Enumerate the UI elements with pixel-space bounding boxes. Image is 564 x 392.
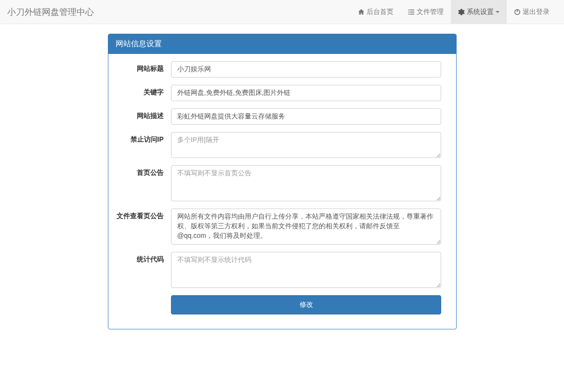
svg-rect-0 xyxy=(408,9,410,10)
form-group-description: 网站描述 xyxy=(116,108,449,125)
form-group-block-ip: 禁止访问IP xyxy=(116,132,449,158)
nav-link-home[interactable]: 后台首页 xyxy=(351,0,401,24)
svg-rect-3 xyxy=(410,12,414,13)
stats-code-textarea[interactable] xyxy=(171,252,442,288)
navbar-brand: 小刀外链网盘管理中心 xyxy=(7,6,94,18)
block-ip-textarea[interactable] xyxy=(171,132,442,158)
svg-rect-4 xyxy=(408,13,410,14)
block-ip-label: 禁止访问IP xyxy=(116,132,171,158)
file-page-notice-label: 文件查看页公告 xyxy=(116,209,171,245)
form-group-stats-code: 统计代码 xyxy=(116,252,449,288)
form-group-home-notice: 首页公告 xyxy=(116,165,449,201)
stats-code-label: 统计代码 xyxy=(116,252,171,288)
nav-label: 文件管理 xyxy=(417,8,444,16)
settings-panel: 网站信息设置 网站标题 关键字 网站描述 禁止 xyxy=(108,34,457,329)
chevron-down-icon xyxy=(496,11,499,13)
site-title-input[interactable] xyxy=(171,61,442,78)
svg-rect-2 xyxy=(408,12,410,13)
nav-item-settings: 系统设置 xyxy=(451,0,507,24)
home-icon xyxy=(358,9,365,15)
gear-icon xyxy=(458,9,465,15)
svg-rect-1 xyxy=(410,9,414,10)
form-group-keywords: 关键字 xyxy=(116,85,449,101)
file-page-notice-textarea[interactable] xyxy=(171,209,442,245)
keywords-label: 关键字 xyxy=(116,85,171,101)
nav-link-settings[interactable]: 系统设置 xyxy=(451,0,507,24)
home-notice-textarea[interactable] xyxy=(171,165,442,201)
nav-item-files: 文件管理 xyxy=(401,0,451,24)
form-group-file-page-notice: 文件查看页公告 xyxy=(116,209,449,245)
nav-label: 退出登录 xyxy=(523,8,550,16)
nav-link-logout[interactable]: 退出登录 xyxy=(507,0,557,24)
submit-button[interactable]: 修改 xyxy=(171,295,442,314)
panel-title: 网站信息设置 xyxy=(108,34,456,54)
navbar-nav: 后台首页 文件管理 系统设置 xyxy=(351,0,557,24)
nav-link-files[interactable]: 文件管理 xyxy=(401,0,451,24)
navbar: 小刀外链网盘管理中心 后台首页 文件管理 系统设置 xyxy=(0,0,564,24)
main-container: 网站信息设置 网站标题 关键字 网站描述 禁止 xyxy=(49,34,516,329)
home-notice-label: 首页公告 xyxy=(116,165,171,201)
power-icon xyxy=(514,9,521,15)
nav-label: 后台首页 xyxy=(367,8,393,16)
description-label: 网站描述 xyxy=(116,108,171,125)
nav-item-home: 后台首页 xyxy=(351,0,401,24)
site-title-label: 网站标题 xyxy=(116,61,171,78)
list-icon xyxy=(408,9,415,15)
panel-body: 网站标题 关键字 网站描述 禁止访问IP xyxy=(108,54,456,329)
nav-label: 系统设置 xyxy=(467,8,494,16)
nav-item-logout: 退出登录 xyxy=(507,0,557,24)
form-group-submit: 修改 xyxy=(116,295,449,314)
description-input[interactable] xyxy=(171,108,442,125)
form-group-site-title: 网站标题 xyxy=(116,61,449,78)
svg-rect-5 xyxy=(410,13,414,14)
keywords-input[interactable] xyxy=(171,85,442,101)
